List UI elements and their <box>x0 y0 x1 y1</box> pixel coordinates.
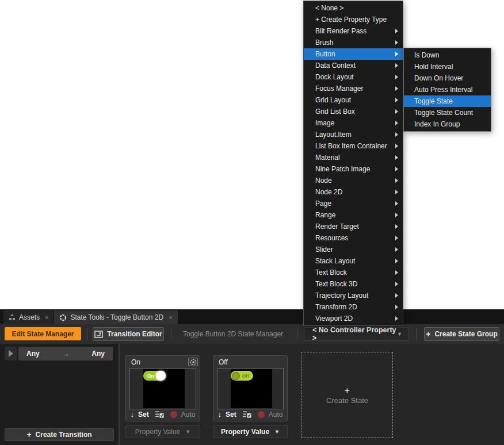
menu-item[interactable]: Render Target <box>304 221 403 232</box>
state-card-on[interactable]: On On ↓ Set <box>125 355 200 421</box>
menu-item[interactable]: Brush <box>304 37 403 48</box>
active-state-button[interactable] <box>188 358 198 366</box>
menu-item[interactable]: Transform 2D <box>304 301 403 313</box>
tab-bar: Assets × State Tools - Toggle Button 2D … <box>0 309 504 324</box>
menu-item-label: Resources <box>315 234 395 242</box>
menu-item[interactable]: Focus Manager <box>304 83 403 94</box>
plus-icon: + <box>426 330 430 338</box>
state-preview-on: On <box>129 368 196 409</box>
submenu-item[interactable]: Hold Interval <box>404 61 491 72</box>
submenu-arrow-icon <box>395 40 398 45</box>
menu-item-label: Grid Layout <box>315 96 395 104</box>
state-manager-title: Toggle Button 2D State Manager <box>183 324 283 344</box>
menu-item[interactable]: Node 2D <box>304 186 403 198</box>
menu-item-label: Layout.Item <box>315 131 395 139</box>
toolbar-separator <box>416 328 417 340</box>
submenu-arrow-icon <box>395 144 398 148</box>
play-transition-button[interactable] <box>5 347 17 360</box>
menu-item-label: Material <box>315 154 395 162</box>
property-value-dropdown-off[interactable]: Property Value ▼ <box>213 425 288 438</box>
record-properties-icon[interactable] <box>155 411 164 418</box>
state-title: On <box>131 358 140 366</box>
submenu-item[interactable]: Toggle State <box>404 95 491 107</box>
menu-item-label: Text Block 3D <box>315 280 395 288</box>
panel-divider <box>119 344 120 445</box>
submenu-arrow-icon <box>395 190 398 194</box>
record-properties-icon[interactable] <box>243 411 251 418</box>
menu-item[interactable]: Slider <box>304 244 403 255</box>
menu-item-label: Slider <box>315 245 395 254</box>
menu-item[interactable]: List Box Item Container <box>304 140 403 152</box>
circle-play-icon <box>190 359 197 366</box>
submenu-arrow-icon <box>395 121 398 125</box>
menu-item[interactable]: Layout.Item <box>304 129 403 140</box>
menu-item[interactable]: Grid Layout <box>304 94 403 106</box>
tab-assets[interactable]: Assets × <box>3 310 54 324</box>
menu-item[interactable]: Viewport 2D <box>304 313 403 324</box>
menu-item-label: + Create Property Type <box>315 16 395 24</box>
menu-item[interactable]: Resources <box>304 232 403 244</box>
edit-state-manager-button[interactable]: Edit State Manager <box>5 327 81 340</box>
submenu-item-label: Index In Group <box>414 120 486 128</box>
controller-property-dropdown[interactable]: < No Controller Property > ▼ <box>304 327 408 341</box>
menu-item[interactable]: Text Block <box>304 267 403 278</box>
submenu-arrow-icon <box>395 155 398 160</box>
menu-item-label: Grid List Box <box>315 108 395 116</box>
menu-item-label: Dock Layout <box>315 73 395 81</box>
menu-item[interactable]: Node <box>304 175 403 186</box>
menu-item[interactable]: + Create Property Type <box>304 14 403 25</box>
toolbar-separator <box>87 328 87 340</box>
menu-item[interactable]: Page <box>304 198 403 209</box>
menu-item[interactable]: Button <box>304 48 403 60</box>
submenu-arrow-icon <box>395 132 398 137</box>
property-value-dropdown-on[interactable]: Property Value ▼ <box>125 425 200 438</box>
menu-item-label: Nine Patch Image <box>315 165 395 173</box>
submenu-item[interactable]: Index In Group <box>404 118 491 130</box>
create-state-group-label: Create State Group <box>434 330 497 338</box>
toggle-button-off: Off <box>231 371 253 381</box>
right-arrow-icon: → <box>40 350 92 358</box>
menu-item[interactable]: Trajectory Layout <box>304 290 403 301</box>
set-button[interactable]: Set <box>138 411 149 419</box>
menu-item[interactable]: Grid List Box <box>304 106 403 117</box>
submenu-item-label: Toggle State <box>414 97 486 105</box>
create-transition-button[interactable]: + Create Transition <box>5 428 114 441</box>
menu-item[interactable]: Material <box>304 152 403 163</box>
submenu-arrow-icon <box>395 167 398 171</box>
auto-record-indicator[interactable] <box>170 411 177 418</box>
menu-item[interactable]: Range <box>304 209 403 221</box>
create-state-button[interactable]: + Create State <box>301 352 393 438</box>
set-button[interactable]: Set <box>226 411 236 419</box>
tab-assets-close-icon[interactable]: × <box>45 314 48 321</box>
transition-row-any-any[interactable]: Any → Any <box>18 347 113 360</box>
auto-record-indicator[interactable] <box>258 411 265 418</box>
submenu-item-label: Auto Press Interval <box>414 86 486 94</box>
menu-item[interactable]: Dock Layout <box>304 71 403 83</box>
menu-item[interactable]: Stack Layout <box>304 255 403 267</box>
submenu-item[interactable]: Toggle State Count <box>404 107 491 118</box>
submenu-arrow-icon <box>395 63 398 68</box>
menu-item-label: Image <box>315 119 395 127</box>
transition-editor-label: Transition Editor <box>107 330 162 338</box>
menu-item-label: Text Block <box>315 268 395 277</box>
create-state-group-button[interactable]: + Create State Group <box>424 327 499 341</box>
menu-item[interactable]: Text Block 3D <box>304 278 403 290</box>
submenu-item[interactable]: Is Down <box>404 49 491 61</box>
submenu-item[interactable]: Down On Hover <box>404 72 491 84</box>
state-title: Off <box>219 358 228 366</box>
submenu-item[interactable]: Auto Press Interval <box>404 84 491 95</box>
tab-state-tools[interactable]: State Tools - Toggle Button 2D × <box>54 310 177 324</box>
transition-editor-button[interactable]: Transition Editor <box>93 327 164 341</box>
tab-state-tools-close-icon[interactable]: × <box>169 314 172 321</box>
property-type-menu: < None > + Create Property Type Blit Ren… <box>303 1 403 326</box>
menu-item[interactable]: Data Context <box>304 60 403 71</box>
menu-item-label: Data Context <box>315 62 395 70</box>
state-card-off[interactable]: Off Off ↓ Set Auto <box>213 355 288 421</box>
submenu-item-label: Hold Interval <box>414 63 486 71</box>
menu-item[interactable]: Image <box>304 117 403 129</box>
menu-item-label: Range <box>315 211 395 219</box>
menu-item[interactable]: < None > <box>304 2 403 14</box>
menu-item[interactable]: Blit Render Pass <box>304 25 403 37</box>
menu-item[interactable]: Nine Patch Image <box>304 163 403 175</box>
state-preview-off: Off <box>217 368 284 409</box>
